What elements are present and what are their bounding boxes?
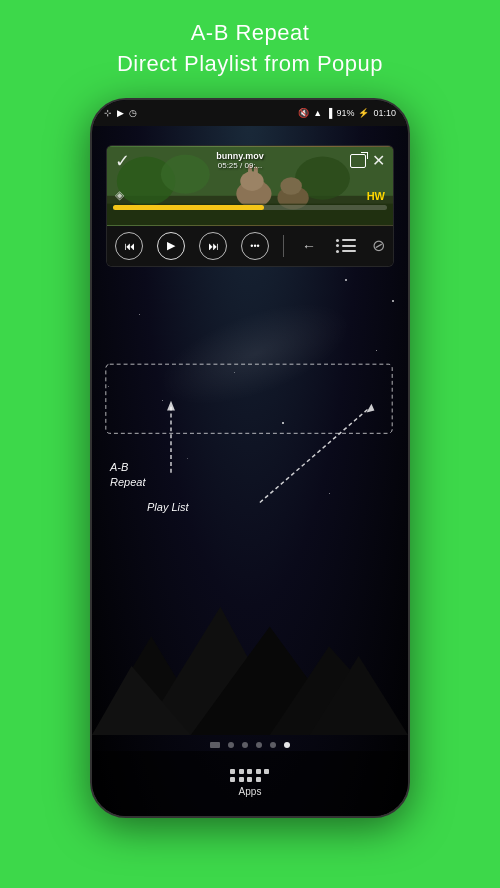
apps-dot-5	[264, 769, 269, 774]
play-button[interactable]: ▶	[157, 232, 185, 260]
filename: bunny.mov	[216, 151, 263, 161]
nav-dot-2[interactable]	[242, 742, 248, 748]
apps-dot-7	[239, 777, 244, 782]
nav-dot-bars[interactable]	[210, 742, 220, 748]
forward-button[interactable]: ⏭	[199, 232, 227, 260]
clock-time: 01:10	[373, 108, 396, 118]
more-icon: •••	[250, 241, 259, 251]
apps-dot-2	[239, 769, 244, 774]
wifi-icon: ▲	[313, 108, 322, 118]
scrub-icon[interactable]: ◈	[115, 188, 124, 202]
play-icon: ▶	[167, 239, 175, 252]
rewind-button[interactable]: ⏮	[115, 232, 143, 260]
nav-dot-1[interactable]	[228, 742, 234, 748]
apps-dot-9	[256, 777, 261, 782]
playlist-annotation: Play List	[147, 500, 189, 515]
clock-icon: ◷	[129, 108, 137, 118]
hash-icon: ⊘	[370, 235, 387, 257]
pl-line1	[336, 239, 356, 242]
close-icon[interactable]: ✕	[372, 151, 385, 170]
back-button[interactable]: ←	[298, 236, 320, 256]
divider	[283, 235, 284, 257]
ab-repeat-annotation: A-B Repeat	[110, 460, 145, 491]
title-line1: A-B Repeat	[117, 18, 383, 49]
apps-grid[interactable]	[230, 769, 270, 782]
apps-dot-4	[256, 769, 261, 774]
nav-dot-4[interactable]	[270, 742, 276, 748]
file-timestamp: 05:25 / 09:...	[218, 161, 262, 170]
battery-percent: 91%	[336, 108, 354, 118]
mountains	[92, 576, 408, 736]
more-button[interactable]: •••	[241, 232, 269, 260]
apps-dot-3	[247, 769, 252, 774]
video-top-controls: ✓ bunny.mov 05:25 / 09:... ✕	[107, 150, 393, 172]
nav-dots	[92, 742, 408, 748]
pl-line3	[336, 250, 356, 253]
player-popup[interactable]: ✓ bunny.mov 05:25 / 09:... ✕ HW	[106, 145, 394, 267]
video-thumbnail: ✓ bunny.mov 05:25 / 09:... ✕ HW	[107, 146, 393, 226]
nav-dot-5[interactable]	[284, 742, 290, 748]
status-right: 🔇 ▲ ▐ 91% ⚡ 01:10	[298, 108, 396, 118]
status-bar: ⊹ ▶ ◷ 🔇 ▲ ▐ 91% ⚡ 01:10	[92, 100, 408, 126]
mute-icon: 🔇	[298, 108, 309, 118]
title-line2: Direct Playlist from Popup	[117, 49, 383, 80]
collapse-btn[interactable]: ✓	[115, 150, 130, 172]
battery-icon: ⚡	[358, 108, 369, 118]
apps-dot-1	[230, 769, 235, 774]
pl-line2	[336, 244, 356, 247]
hw-badge: HW	[367, 190, 385, 202]
bottom-bar: Apps	[92, 751, 408, 816]
playlist-button[interactable]	[334, 237, 358, 255]
expand-icon[interactable]	[350, 154, 366, 168]
play-status-icon: ▶	[117, 108, 124, 118]
progress-fill	[113, 205, 264, 210]
apps-label: Apps	[239, 786, 262, 797]
status-left: ⊹ ▶ ◷	[104, 108, 137, 118]
phone-screen: ⊹ ▶ ◷ 🔇 ▲ ▐ 91% ⚡ 01:10	[92, 100, 408, 816]
playlist-text: Play List	[147, 501, 189, 513]
back-icon: ←	[302, 238, 316, 254]
apps-dot-6	[230, 777, 235, 782]
forward-icon: ⏭	[208, 240, 219, 252]
power-button	[408, 240, 410, 280]
bg-screen: ✓ bunny.mov 05:25 / 09:... ✕ HW	[92, 100, 408, 816]
signal-icon: ▐	[326, 108, 332, 118]
top-title: A-B Repeat Direct Playlist from Popup	[117, 18, 383, 80]
nav-dot-3[interactable]	[256, 742, 262, 748]
svg-point-16	[280, 177, 302, 195]
phone-frame: ⊹ ▶ ◷ 🔇 ▲ ▐ 91% ⚡ 01:10	[90, 98, 410, 818]
progress-bar-container[interactable]	[113, 205, 387, 210]
controls-bar: ⏮ ▶ ⏭ ••• ←	[107, 226, 393, 266]
apps-dot-8	[247, 777, 252, 782]
ab-repeat-text: A-B Repeat	[110, 461, 145, 488]
page-container: A-B Repeat Direct Playlist from Popup ⊹ …	[0, 0, 500, 888]
cast-icon: ⊹	[104, 108, 112, 118]
rewind-icon: ⏮	[124, 240, 135, 252]
